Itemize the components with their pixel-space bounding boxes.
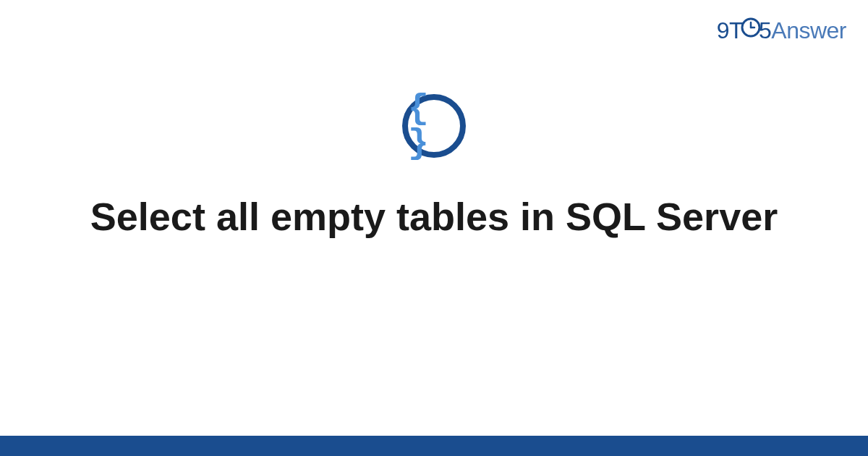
main-content: { } Select all empty tables in SQL Serve… xyxy=(0,94,868,242)
logo-nine: 9 xyxy=(717,17,729,43)
clock-icon xyxy=(741,17,761,43)
footer-bar xyxy=(0,436,868,456)
category-icon-wrapper: { } xyxy=(402,94,466,158)
logo-answer: Answer xyxy=(771,17,846,43)
page-title: Select all empty tables in SQL Server xyxy=(90,193,778,242)
site-logo: 9T5Answer xyxy=(717,17,846,46)
code-braces-icon: { } xyxy=(408,91,460,161)
